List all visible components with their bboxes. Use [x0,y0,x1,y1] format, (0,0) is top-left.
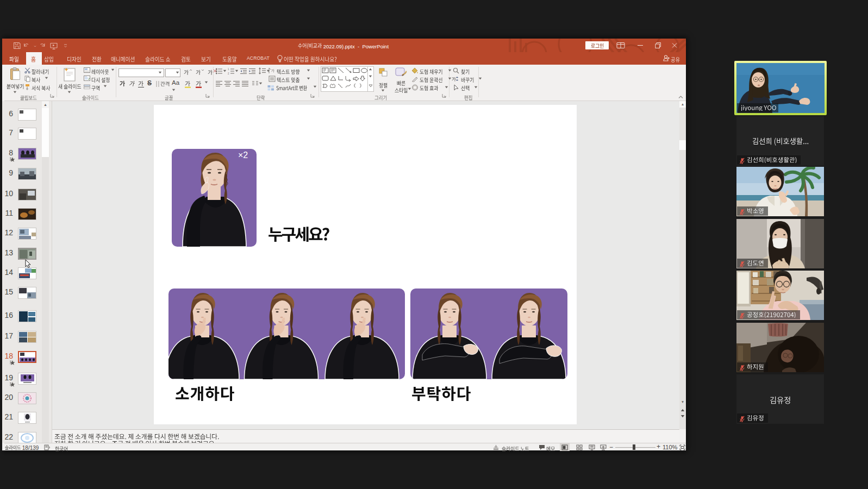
svg-text:1: 1 [228,68,229,71]
svg-text:2: 2 [228,72,229,74]
